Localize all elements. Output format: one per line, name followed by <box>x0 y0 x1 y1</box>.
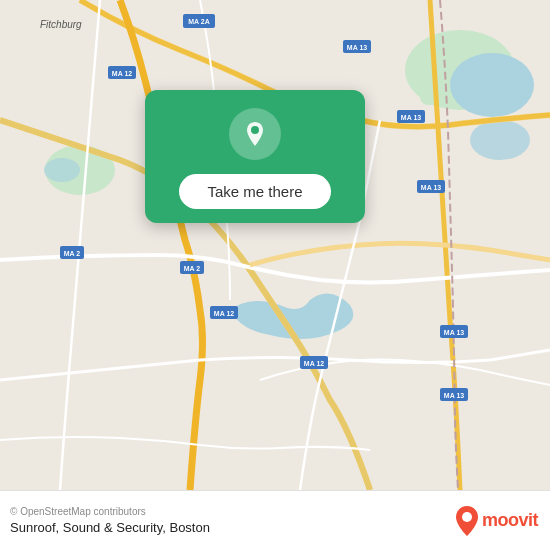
moovit-wordmark: moovit <box>482 510 538 531</box>
svg-text:Fitchburg: Fitchburg <box>40 19 82 30</box>
svg-text:MA 12: MA 12 <box>214 310 234 317</box>
take-me-there-button[interactable]: Take me there <box>179 174 330 209</box>
location-label: Sunroof, Sound & Security, Boston <box>10 520 210 535</box>
bottom-left: © OpenStreetMap contributors Sunroof, So… <box>10 506 210 535</box>
svg-text:MA 13: MA 13 <box>444 329 464 336</box>
location-pin-icon <box>241 120 269 148</box>
svg-text:MA 2: MA 2 <box>184 265 201 272</box>
pin-icon-wrapper <box>229 108 281 160</box>
svg-text:MA 13: MA 13 <box>444 392 464 399</box>
copyright-text: © OpenStreetMap contributors <box>10 506 210 517</box>
svg-text:MA 12: MA 12 <box>304 360 324 367</box>
svg-text:MA 2: MA 2 <box>64 250 81 257</box>
bottom-bar: © OpenStreetMap contributors Sunroof, So… <box>0 490 550 550</box>
svg-point-6 <box>450 53 534 117</box>
svg-text:MA 12: MA 12 <box>112 70 132 77</box>
svg-text:MA 13: MA 13 <box>347 44 367 51</box>
svg-text:MA 2A: MA 2A <box>188 18 210 25</box>
location-card: Take me there <box>145 90 365 223</box>
svg-point-7 <box>44 158 80 182</box>
svg-point-4 <box>470 120 530 160</box>
svg-text:MA 13: MA 13 <box>421 184 441 191</box>
moovit-logo: moovit <box>456 506 538 536</box>
svg-point-31 <box>251 126 259 134</box>
svg-point-32 <box>462 512 472 522</box>
moovit-pin-icon <box>456 506 478 536</box>
map-view: MA 2A MA 13 MA 13 MA 13 MA 12 MA 2 MA 2 … <box>0 0 550 490</box>
svg-text:MA 13: MA 13 <box>401 114 421 121</box>
